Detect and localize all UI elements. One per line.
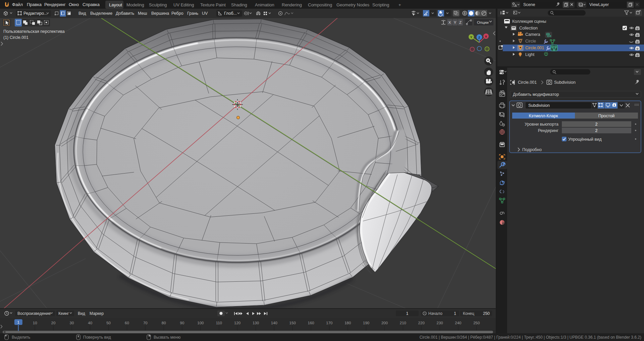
svg-text:Упрощённый вид: Упрощённый вид xyxy=(568,137,602,142)
svg-text:Выделить: Выделить xyxy=(12,335,30,340)
svg-text:Rendering: Rendering xyxy=(282,2,302,7)
svg-text:ViewLayer: ViewLayer xyxy=(589,2,609,7)
svg-text:Повернуть вид: Повернуть вид xyxy=(83,335,111,340)
svg-text:Добавить: Добавить xyxy=(116,11,134,16)
svg-text:Опции: Опции xyxy=(477,20,489,24)
svg-text:160: 160 xyxy=(308,321,314,325)
svg-text:Глоб...: Глоб... xyxy=(224,11,237,16)
svg-text:130: 130 xyxy=(253,321,259,325)
svg-text:Грань: Грань xyxy=(187,11,198,16)
svg-text:120: 120 xyxy=(234,321,240,325)
svg-text:(1) Circle.001: (1) Circle.001 xyxy=(3,35,29,40)
svg-text:240: 240 xyxy=(455,321,461,325)
svg-text:Animation: Animation xyxy=(255,2,274,7)
svg-text:Sculpting: Sculpting xyxy=(149,2,167,7)
svg-text:Уровни вьюпорта: Уровни вьюпорта xyxy=(525,122,558,127)
svg-text:Маркер: Маркер xyxy=(90,311,104,316)
svg-text:220: 220 xyxy=(418,321,425,325)
svg-text:Вершина: Вершина xyxy=(151,11,169,16)
svg-text:Geometry Nodes: Geometry Nodes xyxy=(336,2,370,7)
svg-text:Scene: Scene xyxy=(523,2,535,7)
svg-text:30: 30 xyxy=(70,321,74,325)
svg-text:250: 250 xyxy=(483,311,490,316)
svg-text:Добавить модификатор: Добавить модификатор xyxy=(513,92,559,97)
svg-text:Воспроизведение: Воспроизведение xyxy=(17,311,51,316)
svg-text:Начало: Начало xyxy=(428,311,442,316)
svg-text:60: 60 xyxy=(125,321,129,325)
svg-text:1: 1 xyxy=(454,311,456,316)
svg-text:Circle.001 | Вершин:0/264 | Рё: Circle.001 | Вершин:0/264 | Рёбер:0/487 … xyxy=(420,335,641,340)
svg-text:150: 150 xyxy=(289,321,296,325)
svg-text:100: 100 xyxy=(197,321,204,325)
svg-text:Texture Paint: Texture Paint xyxy=(200,2,226,7)
svg-text:90: 90 xyxy=(180,321,184,325)
svg-text:10: 10 xyxy=(33,321,37,325)
svg-text:50: 50 xyxy=(106,321,111,325)
svg-text:1: 1 xyxy=(406,311,409,316)
svg-text:230: 230 xyxy=(437,321,443,325)
svg-text:Subdivision: Subdivision xyxy=(528,103,550,108)
svg-text:Коллекция сцены: Коллекция сцены xyxy=(512,19,546,24)
svg-text:UV: UV xyxy=(202,11,208,16)
svg-text:2: 2 xyxy=(595,128,598,133)
svg-text:200: 200 xyxy=(381,321,388,325)
svg-text:X: X xyxy=(448,20,451,24)
svg-text:Меш: Меш xyxy=(138,11,147,16)
svg-text:Subdivision: Subdivision xyxy=(554,80,576,85)
svg-text:250: 250 xyxy=(473,321,480,325)
svg-text:180: 180 xyxy=(344,321,351,325)
svg-text:Circle: Circle xyxy=(525,39,536,44)
svg-text:Вид: Вид xyxy=(78,311,85,316)
svg-text:Файл: Файл xyxy=(12,2,23,7)
svg-text:Circle.001: Circle.001 xyxy=(518,80,537,85)
svg-text:Shading: Shading xyxy=(231,2,247,7)
svg-text:170: 170 xyxy=(326,321,332,325)
svg-text:190: 190 xyxy=(363,321,369,325)
svg-text:Рендеринг: Рендеринг xyxy=(538,128,559,133)
svg-text:Редактиро...: Редактиро... xyxy=(23,11,47,16)
svg-text:Вид: Вид xyxy=(78,11,86,16)
svg-text:Выделение: Выделение xyxy=(90,11,112,16)
svg-text:Camera: Camera xyxy=(525,32,540,37)
svg-text:Справка: Справка xyxy=(83,2,100,7)
svg-text:Circle.001: Circle.001 xyxy=(525,46,544,50)
svg-text:Y: Y xyxy=(470,35,473,39)
svg-text:70: 70 xyxy=(143,321,148,325)
svg-text:Окно: Окно xyxy=(69,2,79,7)
svg-text:Кеинг: Кеинг xyxy=(58,311,69,316)
svg-text:Вызвать меню: Вызвать меню xyxy=(154,335,180,340)
svg-text:Light: Light xyxy=(525,52,535,57)
svg-text:2: 2 xyxy=(595,122,598,127)
svg-text:UV Editing: UV Editing xyxy=(173,2,194,7)
svg-text:Collection: Collection xyxy=(519,26,538,30)
svg-text:Пользовательская перспектива: Пользовательская перспектива xyxy=(3,29,65,34)
svg-text:Compositing: Compositing xyxy=(308,2,332,7)
svg-text:210: 210 xyxy=(400,321,406,325)
svg-text:20: 20 xyxy=(51,321,56,325)
svg-text:80: 80 xyxy=(162,321,166,325)
svg-text:Scripting: Scripting xyxy=(372,2,389,7)
svg-text:110: 110 xyxy=(216,321,222,325)
svg-text:Простой: Простой xyxy=(598,114,615,118)
svg-text:Конец: Конец xyxy=(463,311,474,316)
svg-text:Кэтмелл-Кларк: Кэтмелл-Кларк xyxy=(529,114,558,118)
svg-text:Modeling: Modeling xyxy=(126,2,144,7)
svg-text:Y: Y xyxy=(454,20,457,24)
svg-text:Рендеринг: Рендеринг xyxy=(44,2,66,7)
svg-text:Layout: Layout xyxy=(109,2,122,7)
svg-text:Подробно: Подробно xyxy=(522,147,542,152)
svg-text:Ребро: Ребро xyxy=(171,11,183,16)
svg-text:+: + xyxy=(398,2,401,7)
svg-text:Правка: Правка xyxy=(27,2,42,7)
svg-text:Z: Z xyxy=(478,36,480,39)
svg-text:140: 140 xyxy=(271,321,277,325)
svg-text:1: 1 xyxy=(17,320,19,324)
svg-text:Z: Z xyxy=(459,20,462,24)
svg-text:40: 40 xyxy=(88,321,92,325)
svg-text:X: X xyxy=(485,35,487,38)
